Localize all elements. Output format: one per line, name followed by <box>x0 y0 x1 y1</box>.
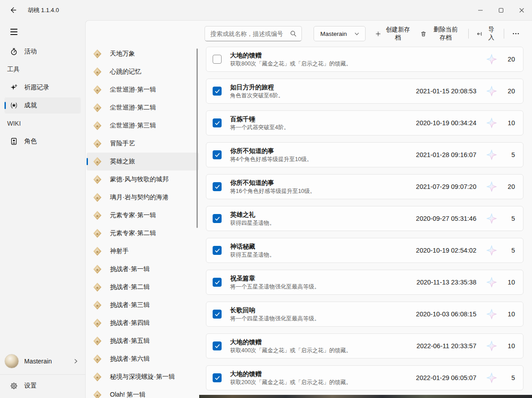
achievement-checkbox[interactable] <box>213 214 222 223</box>
sidebar: 活动 工具 祈愿记录 成就 WIKI <box>0 20 85 398</box>
category-item[interactable]: 心跳的记忆 <box>87 63 199 81</box>
category-label: 秘境与深境螺旋·第一辑 <box>110 373 175 381</box>
achievement-title: 如日方升的旅程 <box>230 83 411 91</box>
category-emblem-icon <box>92 318 102 328</box>
user-account-row[interactable]: Masterain <box>0 349 85 373</box>
category-emblem-icon <box>92 246 102 256</box>
primogem-count: 20 <box>504 183 515 190</box>
category-scrollbar[interactable] <box>196 48 198 228</box>
achievement-title: 百炼千锤 <box>230 115 411 123</box>
category-item[interactable]: Olah! 第一辑 <box>87 386 199 398</box>
primogem-count: 5 <box>504 247 515 254</box>
sidebar-item-activity[interactable]: 活动 <box>4 44 81 60</box>
primogem-count: 20 <box>504 87 515 95</box>
maximize-button[interactable] <box>491 0 511 20</box>
category-label: 尘世巡游·第二辑 <box>110 104 156 112</box>
category-item[interactable]: 元素专家·第一辑 <box>87 206 199 224</box>
check-icon <box>214 343 220 349</box>
more-options-button[interactable] <box>507 26 525 41</box>
check-icon <box>214 120 220 126</box>
primogem-icon <box>486 276 497 288</box>
primogem-icon <box>486 181 497 192</box>
achievement-checkbox[interactable] <box>213 310 222 319</box>
achievement-date: 2020-11-13 23:35:38 <box>416 279 476 286</box>
back-arrow-icon <box>9 6 17 14</box>
category-item[interactable]: 蒙德·风与牧歌的城邦 <box>87 171 199 188</box>
category-label: 元素专家·第二辑 <box>110 229 156 237</box>
sidebar-item-label: 角色 <box>24 137 37 145</box>
primogem-count: 10 <box>504 342 515 350</box>
search-box[interactable] <box>205 26 302 41</box>
hamburger-menu-button[interactable] <box>5 25 22 39</box>
close-button[interactable] <box>511 0 532 20</box>
category-emblem-icon <box>92 210 102 220</box>
category-item[interactable]: 秘境与深境螺旋·第一辑 <box>87 368 199 386</box>
category-item[interactable]: 挑战者·第一辑 <box>87 260 199 278</box>
achievement-date: 2021-01-15 20:08:53 <box>416 87 476 95</box>
category-emblem-icon <box>92 85 102 95</box>
import-button[interactable]: 导入 <box>471 26 501 41</box>
category-emblem-icon <box>92 282 102 292</box>
primogem-count: 5 <box>504 374 515 381</box>
category-emblem-icon <box>92 67 102 77</box>
category-item[interactable]: 璃月·岩与契约的海港 <box>87 188 199 206</box>
titlebar: 胡桃 1.1.4.0 <box>0 0 532 20</box>
achievement-checkbox[interactable] <box>213 182 222 191</box>
primogem-icon <box>486 372 497 384</box>
category-label: Olah! 第一辑 <box>110 391 145 398</box>
category-item[interactable]: 英雄之旅 <box>87 153 199 171</box>
achievement-checkbox[interactable] <box>213 278 222 287</box>
primogem-icon <box>486 149 497 161</box>
achievement-checkbox[interactable] <box>213 150 222 159</box>
sidebar-item-achievements[interactable]: 成就 <box>4 97 81 114</box>
category-item[interactable]: 挑战者·第五辑 <box>87 332 199 350</box>
category-item[interactable]: 挑战者·第三辑 <box>87 296 199 314</box>
achievement-checkbox[interactable] <box>213 341 222 350</box>
category-item[interactable]: 尘世巡游·第三辑 <box>87 117 199 135</box>
sidebar-item-settings[interactable]: 设置 <box>0 376 85 396</box>
category-emblem-icon <box>92 192 102 202</box>
wish-record-icon <box>10 83 18 92</box>
achievement-checkbox[interactable] <box>213 118 222 127</box>
check-icon <box>214 216 220 222</box>
category-label: 挑战者·第三辑 <box>110 301 150 309</box>
category-emblem-icon <box>92 264 102 274</box>
category-label: 挑战者·第六辑 <box>110 355 150 363</box>
category-item[interactable]: 尘世巡游·第一辑 <box>87 81 199 99</box>
sidebar-item-wish-history[interactable]: 祈愿记录 <box>4 79 81 96</box>
achievement-checkbox[interactable] <box>213 373 222 382</box>
category-list: 天地万象 心跳的记忆 <box>86 44 205 398</box>
achievement-text: 祝圣篇章 将一个五星圣遗物强化至最高等级。 <box>230 275 416 290</box>
category-item[interactable]: 冒险手艺 <box>87 135 199 153</box>
category-item[interactable]: 天地万象 <box>87 45 199 63</box>
archive-selector[interactable]: Masterain <box>314 26 366 41</box>
maximize-icon <box>498 8 504 13</box>
achievement-title: 祝圣篇章 <box>230 275 412 282</box>
chevron-down-icon <box>354 31 360 37</box>
category-item[interactable]: 尘世巡游·第二辑 <box>87 99 199 117</box>
create-archive-button[interactable]: 创建新存档 <box>370 26 415 41</box>
category-item[interactable]: 神射手 <box>87 242 199 260</box>
search-input[interactable] <box>210 31 290 37</box>
achievement-icon <box>10 101 18 109</box>
delete-archive-button[interactable]: 删除当前存档 <box>415 26 466 41</box>
achievement-checkbox[interactable] <box>213 246 222 255</box>
achievement-list: 大地的馈赠 获取800次「藏金之花」或「启示之花」的馈藏。 20 <box>205 44 532 398</box>
category-item[interactable]: 挑战者·第六辑 <box>87 350 199 368</box>
sidebar-item-label: 成就 <box>24 101 37 109</box>
achievement-card: 长歌回响 将一个四星圣遗物强化至最高等级。 2020-10-03 06:08:1… <box>206 302 523 327</box>
category-label: 尘世巡游·第一辑 <box>110 86 156 94</box>
sidebar-item-characters[interactable]: 角色 <box>4 133 81 149</box>
back-button[interactable] <box>5 4 21 17</box>
achievement-title: 英雄之礼 <box>230 211 411 219</box>
category-item[interactable]: 挑战者·第二辑 <box>87 278 199 296</box>
minimize-icon <box>478 8 483 13</box>
achievement-card: 大地的馈赠 获取200次「藏金之花」或「启示之花」的馈藏。 2022-01-29… <box>206 365 523 390</box>
achievement-card: 祝圣篇章 将一个五星圣遗物强化至最高等级。 2020-11-13 23:35:3… <box>206 270 523 295</box>
achievement-checkbox[interactable] <box>213 55 222 64</box>
category-item[interactable]: 挑战者·第四辑 <box>87 314 199 332</box>
minimize-button[interactable] <box>470 0 491 20</box>
achievement-checkbox[interactable] <box>213 87 222 96</box>
check-icon <box>214 248 220 254</box>
category-item[interactable]: 元素专家·第二辑 <box>87 224 199 242</box>
